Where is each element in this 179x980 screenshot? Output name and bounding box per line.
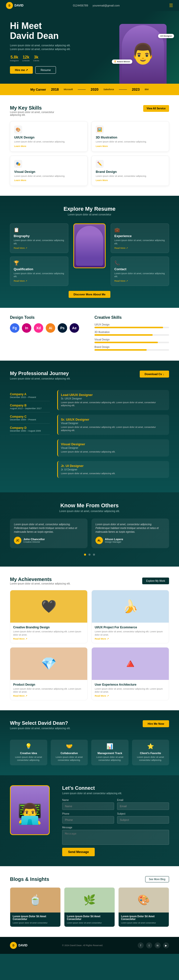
message-label: Message bbox=[62, 826, 169, 829]
nav-email: youremail@gmail.com bbox=[92, 4, 120, 7]
skill-desc-2: Lorem ipsum dolor sit amet, consectetur … bbox=[14, 175, 83, 178]
connect-portrait: 👨‍💻 bbox=[10, 785, 50, 835]
social-youtube[interactable]: ▶ bbox=[163, 942, 169, 948]
testimonials-title: Know Me From Others bbox=[10, 502, 169, 509]
blog-card-1: 🌿 Lorem ipsum Dolor Sit Amet Consectetur… bbox=[64, 887, 115, 927]
hire-now-button[interactable]: Hire Me Now bbox=[143, 720, 169, 727]
submit-button[interactable]: Send Message bbox=[62, 848, 95, 856]
test-avatar-1: AL bbox=[95, 537, 103, 544]
tools-skills-section: Design Tools Fg In Xd Ai Ps Ae Creative … bbox=[0, 308, 179, 361]
tool-illustrator: Ai bbox=[46, 323, 55, 333]
footer-social: f t in ▶ bbox=[138, 942, 169, 948]
nav-phone: 0124456789 bbox=[73, 4, 88, 7]
view-all-button[interactable]: View All Service bbox=[143, 105, 169, 112]
why-section: Why Select David Dean? Lorem ipsum dolor… bbox=[0, 710, 179, 775]
hero-buttons: Hire me ↗ Resume bbox=[10, 66, 119, 74]
form-row-2: Phone Subject bbox=[62, 812, 169, 824]
achievements-header: My Achievements Lorem ipsum dolor sit am… bbox=[10, 576, 169, 585]
testimonials-sub: Lorem ipsum dolor sit amet, consectetur … bbox=[10, 510, 169, 512]
discover-more-button[interactable]: Discover More About Me bbox=[69, 291, 111, 298]
job-entry-0: Lead UI/UX Designer Sr. UI/UX Designer L… bbox=[57, 390, 169, 410]
name-label: Name bbox=[62, 799, 114, 802]
why-card-2: 📊 Management Track Lorem ipsum dolor sit… bbox=[91, 740, 128, 765]
why-header-left: Why Select David Dean? Lorem ipsum dolor… bbox=[10, 720, 70, 735]
footer-copyright: © 2024 David Dean. All Rights Reserved. bbox=[62, 944, 103, 947]
tools-title: Design Tools bbox=[10, 315, 84, 320]
connect-section: 👨‍💻 Let's Connect Lorem ipsum dolor sit … bbox=[0, 775, 179, 866]
social-facebook[interactable]: f bbox=[138, 942, 144, 948]
ach-body-1: UI/UX Project For Ecommerce Lorem ipsum … bbox=[92, 623, 169, 643]
blogs-section: Blogs & Insights See More Blog 🍵 Lorem i… bbox=[0, 866, 179, 937]
test-author-0: JC John Chancellor Creative Director bbox=[14, 537, 84, 544]
social-twitter[interactable]: t bbox=[146, 942, 152, 948]
nav-logo: D DAVID bbox=[6, 2, 23, 9]
message-textarea[interactable] bbox=[62, 830, 169, 845]
phone-input[interactable] bbox=[62, 816, 114, 824]
menu-icon[interactable]: ☰ bbox=[169, 3, 173, 8]
why-grid: 💡 Creative Idea Lorem ipsum dolor sit am… bbox=[10, 740, 169, 765]
timeline-item-1: Company B August 2013 – September 2017 bbox=[10, 401, 50, 412]
test-avatar-0: JC bbox=[14, 537, 21, 544]
resume-button[interactable]: Resume bbox=[35, 66, 56, 74]
skill-desc-1: Lorem ipsum dolor sit amet, consectetur … bbox=[96, 140, 165, 143]
download-cv-button[interactable]: Download Cv ↓ bbox=[140, 371, 169, 377]
dot-0[interactable] bbox=[84, 554, 86, 555]
achievements-title: My Achievements bbox=[10, 576, 70, 582]
career-strip: My Career 2018 Microsoft —— 2020 Salesfo… bbox=[0, 84, 179, 95]
explore-work-button[interactable]: Explore My Work bbox=[142, 578, 169, 584]
dot-1[interactable] bbox=[89, 554, 90, 555]
timeline-item-3: Company D December 2006 – August 2009 bbox=[10, 424, 50, 435]
dot-2[interactable] bbox=[93, 554, 95, 555]
footer-logo: D DAVID bbox=[10, 942, 27, 949]
ach-body-2: Product Design Lorem ipsum dolor sit ame… bbox=[10, 680, 87, 700]
email-input[interactable] bbox=[117, 802, 169, 810]
blog-body-0: Lorem ipsum Dolor Sit Amet Consectetur L… bbox=[10, 913, 60, 927]
resume-center-image bbox=[73, 223, 106, 268]
hero-desc: Lorem ipsum dolor sit amet, consectetur … bbox=[10, 44, 74, 51]
achievements-sub: Lorem ipsum dolor sit amet, consectetur … bbox=[10, 582, 70, 585]
journey-details: Lead UI/UX Designer Sr. UI/UX Designer L… bbox=[57, 390, 169, 483]
subject-input[interactable] bbox=[117, 816, 169, 824]
hero-image: UX Designer 👨 🏆 Award Winner bbox=[119, 24, 169, 84]
learn-more-1[interactable]: Learn More bbox=[96, 145, 165, 148]
hire-button[interactable]: Hire me ↗ bbox=[10, 66, 33, 74]
learn-more-3[interactable]: Learn More bbox=[96, 179, 165, 181]
bar-fill-1 bbox=[95, 334, 153, 336]
message-group: Message bbox=[62, 826, 169, 846]
resume-card-experience: 💼 Experience Lorem ipsum dolor sit amet,… bbox=[111, 223, 169, 253]
blog-img-2: 🎨 bbox=[119, 888, 169, 913]
why-card-1: 🤝 Collaborative Lorem ipsum dolor sit am… bbox=[51, 740, 88, 765]
tool-aftereffects: Ae bbox=[70, 323, 79, 333]
skill-bar-2: Visual Design bbox=[95, 338, 169, 343]
tools-icons: Fg In Xd Ai Ps Ae bbox=[10, 323, 84, 333]
learn-more-2[interactable]: Learn More bbox=[14, 179, 83, 181]
subject-label: Subject bbox=[117, 812, 169, 815]
connect-image-part: 👨‍💻 bbox=[10, 785, 55, 835]
achievement-card-0: 🖤 Creative Branding Design Lorem ipsum d… bbox=[10, 590, 87, 643]
learn-more-0[interactable]: Learn More bbox=[14, 145, 83, 148]
why-card-3: ⭐ Client's Favorite Lorem ipsum dolor si… bbox=[132, 740, 169, 765]
skill-bar-0: UI/UX Design bbox=[95, 323, 169, 328]
name-input[interactable] bbox=[62, 802, 114, 810]
timeline-item-0: Company A December 2015 – Present bbox=[10, 390, 50, 401]
timeline-item-2: Company C December 2009 – Present bbox=[10, 412, 50, 424]
brand-name: DAVID bbox=[14, 4, 23, 7]
hero-stats: 5.8k Instagram 12k Linkedin 3k Clients bbox=[10, 55, 119, 62]
email-label: Email bbox=[117, 799, 169, 802]
phone-group: Phone bbox=[62, 812, 114, 824]
skill-card-1: 🖼️ 3D Illustration Lorem ipsum dolor sit… bbox=[92, 121, 169, 152]
social-linkedin[interactable]: in bbox=[155, 942, 161, 948]
resume-card-contact: 📞 Contact Lorem ipsum dolor sit amet, co… bbox=[111, 256, 169, 286]
skills-title: My Key Skills bbox=[10, 105, 60, 111]
skill-card-2: 🎭 Visual Design Lorem ipsum dolor sit am… bbox=[10, 156, 87, 186]
phone-label: Phone bbox=[62, 812, 114, 815]
journey-header: My Professional Journey Lorem ipsum dolo… bbox=[10, 371, 169, 385]
why-card-0: 💡 Creative Idea Lorem ipsum dolor sit am… bbox=[10, 740, 47, 765]
see-more-button[interactable]: See More Blog bbox=[145, 876, 169, 882]
skill-icon-3: ✏️ bbox=[96, 160, 104, 168]
skill-name-3: Brand Design bbox=[96, 170, 165, 173]
resume-sub: Lorem ipsum dolor sit amet consectetur bbox=[10, 213, 169, 216]
skill-name-0: UI/UX Design bbox=[14, 135, 83, 139]
testimonials-section: Know Me From Others Lorem ipsum dolor si… bbox=[0, 492, 179, 566]
skill-bar-3: Brand Design bbox=[95, 346, 169, 351]
